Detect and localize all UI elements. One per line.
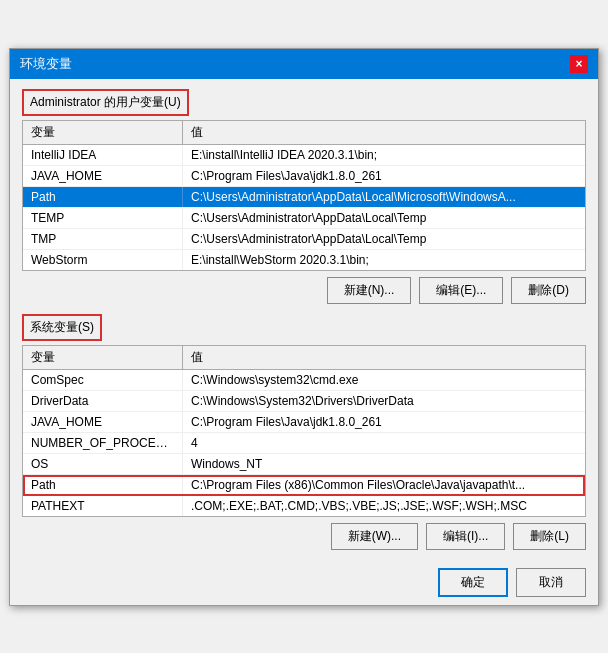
- table-row[interactable]: JAVA_HOMEC:\Program Files\Java\jdk1.8.0_…: [23, 166, 585, 187]
- dialog-body: Administrator 的用户变量(U) 变量 值 IntelliJ IDE…: [10, 79, 598, 560]
- user-new-button[interactable]: 新建(N)...: [327, 277, 412, 304]
- val-cell: C:\Users\Administrator\AppData\Local\Tem…: [183, 208, 585, 228]
- system-header-var: 变量: [23, 346, 183, 369]
- var-cell: IntelliJ IDEA: [23, 145, 183, 165]
- system-variables-section: 系统变量(S) 变量 值 ComSpecC:\Windows\system32\…: [22, 314, 586, 550]
- val-cell: C:\Users\Administrator\AppData\Local\Mic…: [183, 187, 585, 207]
- table-row[interactable]: OSWindows_NT: [23, 454, 585, 475]
- val-cell: C:\Windows\system32\cmd.exe: [183, 370, 585, 390]
- close-button[interactable]: ×: [570, 55, 588, 73]
- confirm-button[interactable]: 确定: [438, 568, 508, 597]
- user-table-header: 变量 值: [23, 121, 585, 145]
- var-cell: JAVA_HOME: [23, 166, 183, 186]
- dialog-title: 环境变量: [20, 55, 72, 73]
- user-header-val: 值: [183, 121, 585, 144]
- val-cell: E:\install\IntelliJ IDEA 2020.3.1\bin;: [183, 145, 585, 165]
- table-row[interactable]: PathC:\Program Files (x86)\Common Files\…: [23, 475, 585, 496]
- table-row[interactable]: PATHEXT.COM;.EXE;.BAT;.CMD;.VBS;.VBE;.JS…: [23, 496, 585, 516]
- user-delete-button[interactable]: 删除(D): [511, 277, 586, 304]
- table-row[interactable]: DriverDataC:\Windows\System32\Drivers\Dr…: [23, 391, 585, 412]
- user-table-body[interactable]: IntelliJ IDEAE:\install\IntelliJ IDEA 20…: [23, 145, 585, 270]
- var-cell: Path: [23, 475, 183, 495]
- user-section-header: Administrator 的用户变量(U): [22, 89, 189, 116]
- table-row[interactable]: ComSpecC:\Windows\system32\cmd.exe: [23, 370, 585, 391]
- system-action-row: 新建(W)... 编辑(I)... 删除(L): [22, 523, 586, 550]
- user-header-var: 变量: [23, 121, 183, 144]
- table-row[interactable]: WebStormE:\install\WebStorm 2020.3.1\bin…: [23, 250, 585, 270]
- table-row[interactable]: NUMBER_OF_PROCESSORS4: [23, 433, 585, 454]
- user-edit-button[interactable]: 编辑(E)...: [419, 277, 503, 304]
- var-cell: NUMBER_OF_PROCESSORS: [23, 433, 183, 453]
- environment-variables-dialog: 环境变量 × Administrator 的用户变量(U) 变量 值 Intel…: [9, 48, 599, 606]
- table-row[interactable]: JAVA_HOMEC:\Program Files\Java\jdk1.8.0_…: [23, 412, 585, 433]
- val-cell: E:\install\WebStorm 2020.3.1\bin;: [183, 250, 585, 270]
- table-row[interactable]: TMPC:\Users\Administrator\AppData\Local\…: [23, 229, 585, 250]
- system-variables-table: 变量 值 ComSpecC:\Windows\system32\cmd.exeD…: [22, 345, 586, 517]
- var-cell: TEMP: [23, 208, 183, 228]
- system-section-header: 系统变量(S): [22, 314, 102, 341]
- var-cell: PATHEXT: [23, 496, 183, 516]
- var-cell: TMP: [23, 229, 183, 249]
- system-delete-button[interactable]: 删除(L): [513, 523, 586, 550]
- system-new-button[interactable]: 新建(W)...: [331, 523, 418, 550]
- system-header-val: 值: [183, 346, 585, 369]
- table-row[interactable]: TEMPC:\Users\Administrator\AppData\Local…: [23, 208, 585, 229]
- system-table-header: 变量 值: [23, 346, 585, 370]
- user-variables-table: 变量 值 IntelliJ IDEAE:\install\IntelliJ ID…: [22, 120, 586, 271]
- user-action-row: 新建(N)... 编辑(E)... 删除(D): [22, 277, 586, 304]
- val-cell: Windows_NT: [183, 454, 585, 474]
- cancel-button[interactable]: 取消: [516, 568, 586, 597]
- var-cell: JAVA_HOME: [23, 412, 183, 432]
- val-cell: .COM;.EXE;.BAT;.CMD;.VBS;.VBE;.JS;.JSE;.…: [183, 496, 585, 516]
- val-cell: 4: [183, 433, 585, 453]
- var-cell: WebStorm: [23, 250, 183, 270]
- system-table-body[interactable]: ComSpecC:\Windows\system32\cmd.exeDriver…: [23, 370, 585, 516]
- var-cell: OS: [23, 454, 183, 474]
- var-cell: ComSpec: [23, 370, 183, 390]
- val-cell: C:\Program Files\Java\jdk1.8.0_261: [183, 412, 585, 432]
- table-row[interactable]: PathC:\Users\Administrator\AppData\Local…: [23, 187, 585, 208]
- val-cell: C:\Windows\System32\Drivers\DriverData: [183, 391, 585, 411]
- table-row[interactable]: IntelliJ IDEAE:\install\IntelliJ IDEA 20…: [23, 145, 585, 166]
- var-cell: Path: [23, 187, 183, 207]
- system-edit-button[interactable]: 编辑(I)...: [426, 523, 505, 550]
- var-cell: DriverData: [23, 391, 183, 411]
- val-cell: C:\Program Files (x86)\Common Files\Orac…: [183, 475, 585, 495]
- val-cell: C:\Users\Administrator\AppData\Local\Tem…: [183, 229, 585, 249]
- footer-row: 确定 取消: [10, 560, 598, 605]
- title-bar: 环境变量 ×: [10, 49, 598, 79]
- user-variables-section: Administrator 的用户变量(U) 变量 值 IntelliJ IDE…: [22, 89, 586, 304]
- val-cell: C:\Program Files\Java\jdk1.8.0_261: [183, 166, 585, 186]
